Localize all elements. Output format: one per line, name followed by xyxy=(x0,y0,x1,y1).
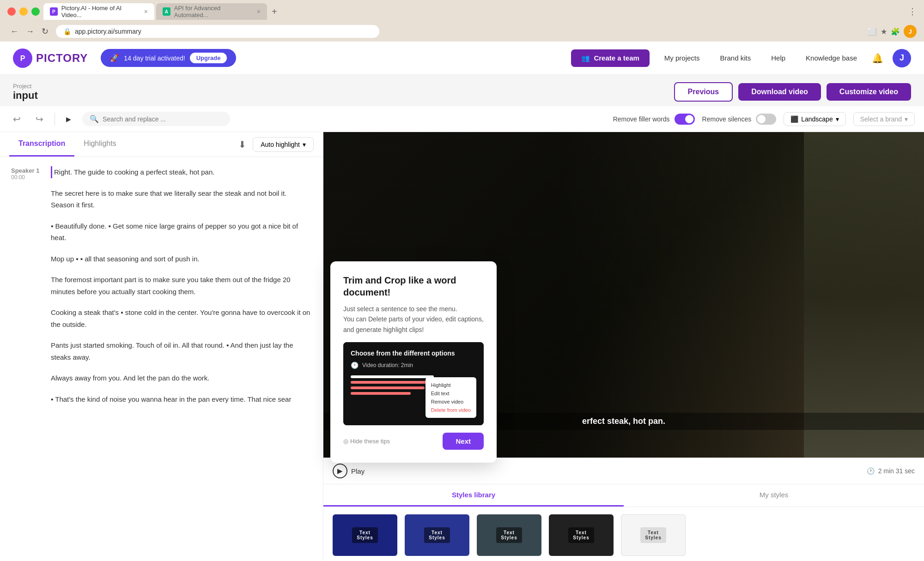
profile-icon-button[interactable]: J xyxy=(904,25,917,38)
style-card-sleek[interactable]: Text Styles Sleek xyxy=(549,514,614,561)
redo-button[interactable]: ↪ xyxy=(32,112,47,127)
bar-white xyxy=(351,375,434,378)
transcript-text-0: Right. The guide to cooking a perfect st… xyxy=(54,168,214,176)
chevron-down-icon: ▾ xyxy=(836,115,839,123)
transcript-para-2[interactable]: ▪ Beautifully done. ▪ Get some nice larg… xyxy=(51,220,312,244)
transcript-text-6: Pants just started smoking. Touch of oil… xyxy=(51,341,293,361)
play-controls-button[interactable]: ▶ xyxy=(62,114,75,125)
transcript-para-3[interactable]: Mop up ▪ ▪ all that seasoning and sort o… xyxy=(51,253,312,265)
my-projects-link[interactable]: My projects xyxy=(659,50,705,66)
auto-highlight-chevron-icon: ▾ xyxy=(303,141,306,148)
help-link[interactable]: Help xyxy=(766,50,791,66)
style-card-default[interactable]: Text Styles Default xyxy=(477,514,541,561)
hide-tips-label: Hide these tips xyxy=(350,438,390,445)
tab-close-2[interactable]: × xyxy=(257,8,261,15)
transcript-para-5[interactable]: Cooking a steak that's ▪ stone cold in t… xyxy=(51,307,312,330)
notifications-button[interactable]: 🔔 xyxy=(872,53,883,64)
trial-text: 14 day trial activated! xyxy=(124,54,185,62)
transcript-para-4[interactable]: The foremost important part is to make s… xyxy=(51,274,312,297)
browser-tab-active[interactable]: P Pictory.AI - Home of AI Video... × xyxy=(43,3,154,20)
download-video-button[interactable]: Download video xyxy=(738,83,821,101)
clock-icon: 🕐 xyxy=(867,467,875,475)
browser-titlebar: P Pictory.AI - Home of AI Video... × A A… xyxy=(0,0,924,23)
context-item-remove: Remove video xyxy=(431,398,471,406)
duration-text: 2 min 31 sec xyxy=(878,467,915,475)
orientation-button[interactable]: ⬛ Landscape ▾ xyxy=(784,112,846,126)
upgrade-button[interactable]: Upgrade xyxy=(190,53,227,63)
back-button[interactable]: ← xyxy=(7,25,21,37)
create-team-label: Create a team xyxy=(594,54,639,62)
orientation-label: Landscape xyxy=(801,115,833,123)
style-card-indigo[interactable]: Text Styles Indigo ink xyxy=(405,514,469,561)
knowledge-base-link[interactable]: Knowledge base xyxy=(800,50,863,66)
previous-button[interactable]: Previous xyxy=(674,82,733,102)
silences-label: Remove silences xyxy=(702,115,752,123)
minimize-traffic-light[interactable] xyxy=(19,7,28,16)
tab-title-1: Pictory.AI - Home of AI Video... xyxy=(61,5,138,18)
landscape-icon: ⬛ xyxy=(790,115,798,123)
styles-section: Styles library My styles Text Styles xyxy=(323,484,924,561)
brand-kits-link[interactable]: Brand kits xyxy=(715,50,757,66)
styles-library-tab[interactable]: Styles library xyxy=(323,484,624,507)
browser-chrome: P Pictory.AI - Home of AI Video... × A A… xyxy=(0,0,924,42)
logo-text: PICTORY xyxy=(36,52,88,65)
app-header: P PICTORY 🚀 14 day trial activated! Upgr… xyxy=(0,42,924,75)
cast-icon-button[interactable]: ⬜ xyxy=(868,25,877,38)
logo[interactable]: P PICTORY xyxy=(13,48,88,68)
tooltip-img-duration-label: Video duration: 2min xyxy=(362,362,413,368)
brand-chevron-icon: ▾ xyxy=(905,115,908,123)
highlights-tab[interactable]: Highlights xyxy=(74,132,125,157)
browser-tab-2[interactable]: A API for Advanced Automated... × xyxy=(156,3,267,20)
refresh-button[interactable]: ↻ xyxy=(39,25,51,37)
auto-highlight-button[interactable]: Auto highlight ▾ xyxy=(253,137,314,152)
context-item-edit: Edit text xyxy=(431,389,471,398)
new-tab-button[interactable]: + xyxy=(272,6,277,17)
filler-words-toggle[interactable] xyxy=(675,114,695,125)
silences-toggle[interactable] xyxy=(756,114,776,125)
play-button[interactable]: ▶ Play xyxy=(333,464,365,478)
tab-close-1[interactable]: × xyxy=(144,8,148,15)
toolbar: ↩ ↪ ▶ 🔍 Remove filler words Remove silen… xyxy=(0,106,924,132)
tooltip-desc-line3: and generate highlight clips! xyxy=(343,326,424,333)
maximize-traffic-light[interactable] xyxy=(31,7,40,16)
transcript-para-1[interactable]: The secret here is to make sure that we … xyxy=(51,187,312,211)
style-card-classic[interactable]: Text Styles Classic mini xyxy=(621,514,686,561)
project-info: Project input xyxy=(13,83,38,102)
transcription-tab[interactable]: Transcription xyxy=(9,132,74,157)
brand-select-button[interactable]: Select a brand ▾ xyxy=(853,112,915,126)
browser-toolbar-icons: ⬜ ★ 🧩 J xyxy=(868,25,917,38)
tooltip-img-duration: 🕐 Video duration: 2min xyxy=(351,362,476,369)
speaker-block: Speaker 1 00:00 Right. The guide to cook… xyxy=(11,166,312,414)
transcript-para-6[interactable]: Pants just started smoking. Touch of oil… xyxy=(51,339,312,363)
project-name: input xyxy=(13,90,38,102)
address-bar[interactable]: 🔒 app.pictory.ai/summary xyxy=(56,25,379,38)
bookmark-icon-button[interactable]: ★ xyxy=(881,25,887,38)
style-card-navy[interactable]: Text Styles Navy blue xyxy=(333,514,397,561)
avatar[interactable]: J xyxy=(893,49,911,67)
style-thumbnail-indigo: Text Styles xyxy=(405,514,469,556)
transcript-para-7[interactable]: Always away from you. And let the pan do… xyxy=(51,372,312,384)
search-input[interactable] xyxy=(103,115,223,123)
my-styles-tab[interactable]: My styles xyxy=(624,484,924,507)
customize-video-button[interactable]: Customize video xyxy=(827,83,911,101)
search-icon: 🔍 xyxy=(90,115,99,123)
transcript-para-8[interactable]: ▪ That's the kind of noise you wanna hea… xyxy=(51,393,312,405)
forward-button[interactable]: → xyxy=(23,25,37,37)
create-team-button[interactable]: 👥 Create a team xyxy=(571,49,649,67)
hide-tips-button[interactable]: ◎ Hide these tips xyxy=(343,438,390,445)
close-traffic-light[interactable] xyxy=(7,7,16,16)
tooltip-desc-line2: You can Delete parts of your video, edit… xyxy=(343,315,484,323)
filler-words-label: Remove filler words xyxy=(613,115,670,123)
transcription-content: Speaker 1 00:00 Right. The guide to cook… xyxy=(0,157,323,561)
transcript-text-2: ▪ Beautifully done. ▪ Get some nice larg… xyxy=(51,222,298,242)
next-button[interactable]: Next xyxy=(443,433,484,450)
transcript-para-0[interactable]: Right. The guide to cooking a perfect st… xyxy=(51,166,312,178)
download-transcription-button[interactable]: ⬇ xyxy=(237,137,248,152)
undo-button[interactable]: ↩ xyxy=(9,112,24,127)
extensions-icon-button[interactable]: 🧩 xyxy=(891,25,900,38)
styles-grid: Text Styles Navy blue Text xyxy=(323,507,924,561)
tooltip-context-menu: Highlight Edit text Remove video Delete … xyxy=(426,377,476,418)
browser-more-button[interactable]: ⋮ xyxy=(908,6,917,17)
speaker-timestamp: 00:00 xyxy=(11,174,43,181)
context-item-highlight: Highlight xyxy=(431,381,471,389)
